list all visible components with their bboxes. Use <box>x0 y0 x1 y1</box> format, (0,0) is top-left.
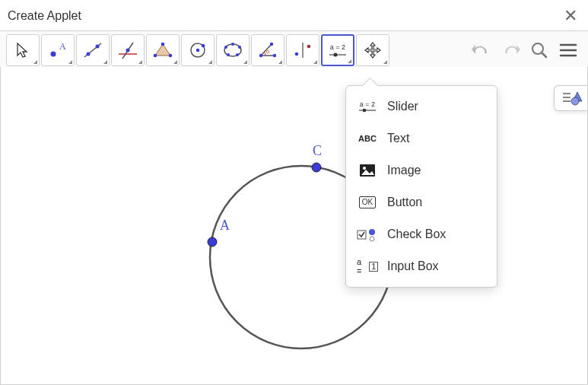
window-title: Create Applet <box>8 9 81 23</box>
svg-line-31 <box>542 52 546 57</box>
polygon-tool[interactable] <box>146 34 180 66</box>
undo-button[interactable] <box>468 37 495 64</box>
svg-point-16 <box>224 46 227 49</box>
ellipse-icon <box>221 40 244 60</box>
slider-icon: a = 2 <box>328 43 348 58</box>
slider-tool[interactable]: a = 2 <box>321 34 354 66</box>
dropdown-item-checkbox[interactable]: Check Box <box>346 218 497 250</box>
undo-icon <box>470 41 493 59</box>
svg-point-10 <box>169 54 173 58</box>
svg-point-49 <box>369 229 375 235</box>
svg-point-22 <box>273 54 276 57</box>
polygon-icon <box>151 40 174 60</box>
svg-point-20 <box>231 43 234 46</box>
slider-tool-dropdown: a = 2 Slider ABC Text Image OK Button <box>345 85 497 288</box>
point-label-a: A <box>220 218 230 234</box>
svg-point-4 <box>96 45 100 49</box>
search-button[interactable] <box>526 37 553 64</box>
dropdown-item-text[interactable]: ABC Text <box>346 123 497 154</box>
toolbar: A <box>0 30 588 70</box>
button-icon: OK <box>357 194 378 211</box>
dropdown-item-button[interactable]: OK Button <box>346 186 497 218</box>
svg-point-9 <box>161 43 165 46</box>
svg-point-47 <box>363 167 366 170</box>
dropdown-label: Button <box>387 196 422 209</box>
svg-text:α: α <box>266 49 269 54</box>
ellipse-conic-tool[interactable] <box>216 34 250 66</box>
svg-point-14 <box>202 44 205 48</box>
svg-point-45 <box>363 109 367 113</box>
point-label-c: C <box>313 143 322 159</box>
graphics-view[interactable]: A C <box>0 67 588 385</box>
point-tool[interactable]: A <box>41 34 75 66</box>
svg-point-29 <box>334 52 338 56</box>
dropdown-item-slider[interactable]: a = 2 Slider <box>346 91 497 123</box>
dropdown-label: Check Box <box>387 228 446 241</box>
dropdown-label: Image <box>387 164 421 177</box>
perpendicular-line-tool[interactable] <box>111 34 145 66</box>
stylebar-icon <box>560 90 583 107</box>
dropdown-label: Slider <box>387 100 418 113</box>
inputbox-icon: a =1 <box>357 258 378 275</box>
redo-button[interactable] <box>497 37 524 64</box>
svg-text:A: A <box>59 41 66 52</box>
dropdown-item-inputbox[interactable]: a =1 Input Box <box>346 250 497 282</box>
reflect-tool[interactable] <box>286 34 319 66</box>
svg-point-36 <box>208 237 217 247</box>
search-icon <box>529 40 549 60</box>
svg-point-7 <box>126 49 130 52</box>
slider-icon: a = 2 <box>357 98 378 115</box>
svg-point-23 <box>270 43 273 46</box>
svg-point-3 <box>87 52 91 56</box>
move-arrows-icon <box>363 40 383 60</box>
perp-icon <box>116 40 139 60</box>
svg-point-0 <box>51 52 56 57</box>
move-graphics-tool[interactable] <box>356 34 389 66</box>
cursor-icon <box>14 41 32 59</box>
redo-icon <box>499 41 522 59</box>
style-bar-toggle[interactable] <box>554 85 587 111</box>
dropdown-item-image[interactable]: Image <box>346 154 497 186</box>
hamburger-icon <box>559 43 577 58</box>
svg-point-19 <box>236 53 239 56</box>
dropdown-label: Text <box>387 132 409 145</box>
svg-point-11 <box>154 54 157 58</box>
titlebar: Create Applet ✕ <box>0 0 588 30</box>
svg-point-27 <box>307 45 311 49</box>
reflect-icon <box>291 40 314 60</box>
checkbox-icon <box>357 226 378 243</box>
circle-tool[interactable] <box>181 34 215 66</box>
angle-tool[interactable]: α <box>251 34 284 66</box>
svg-point-37 <box>312 163 321 172</box>
move-tool[interactable] <box>6 34 40 66</box>
svg-point-18 <box>227 53 230 56</box>
construction-canvas <box>1 67 587 384</box>
image-icon <box>357 162 378 179</box>
menu-button[interactable] <box>555 37 582 64</box>
svg-point-26 <box>295 52 299 56</box>
svg-point-13 <box>196 49 200 52</box>
circle-icon <box>186 40 209 60</box>
dropdown-label: Input Box <box>387 259 439 273</box>
angle-icon: α <box>256 40 279 60</box>
svg-point-43 <box>571 97 579 105</box>
point-icon: A <box>46 40 69 60</box>
line-icon <box>81 40 104 60</box>
text-icon: ABC <box>357 130 378 147</box>
close-icon[interactable]: ✕ <box>564 8 577 24</box>
line-tool[interactable] <box>76 34 110 66</box>
svg-point-50 <box>370 237 374 241</box>
svg-point-21 <box>259 54 262 57</box>
svg-point-17 <box>238 46 241 49</box>
